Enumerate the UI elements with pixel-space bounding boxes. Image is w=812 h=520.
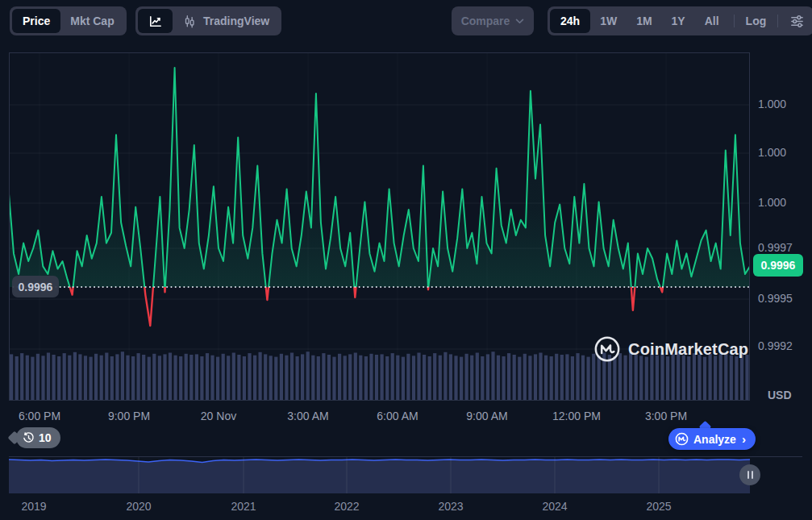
coinmarketcap-watermark: CoinMarketCap bbox=[593, 335, 748, 363]
mktcap-tab[interactable]: Mkt Cap bbox=[60, 9, 123, 33]
navigator-year-label: 2025 bbox=[635, 500, 683, 513]
navigator-year-label: 2021 bbox=[219, 500, 268, 513]
analyze-label: Analyze bbox=[693, 433, 736, 446]
compare-label: Compare bbox=[461, 15, 510, 27]
range-button-1y[interactable]: 1Y bbox=[662, 9, 695, 33]
current-price-badge: 0.9996 bbox=[753, 254, 803, 277]
navigator-year-label: 2024 bbox=[531, 500, 579, 513]
chart-type-toggle: TradingView bbox=[135, 6, 281, 35]
navigator-year-label: 2020 bbox=[115, 500, 163, 513]
x-axis-label: 6:00 AM bbox=[361, 410, 434, 422]
log-scale-button[interactable]: Log bbox=[739, 9, 773, 33]
baseline-price-badge: 0.9996 bbox=[12, 276, 59, 297]
x-axis-label: 6:00 PM bbox=[3, 410, 76, 422]
x-axis-label: 9:00 PM bbox=[93, 410, 165, 422]
price-chart-panel: Price Mkt Cap TradingView bbox=[0, 0, 812, 520]
currency-unit-label: USD bbox=[768, 389, 792, 401]
y-axis-label: 1.000 bbox=[758, 98, 786, 110]
chevron-right-icon: › bbox=[742, 432, 746, 446]
time-range-group: 24h1W1M1YAll Log bbox=[548, 6, 812, 35]
navigator-year-label: 2019 bbox=[10, 500, 58, 513]
price-tab[interactable]: Price bbox=[12, 9, 60, 33]
tradingview-tab[interactable]: TradingView bbox=[173, 9, 279, 33]
range-button-all[interactable]: All bbox=[695, 9, 729, 33]
x-axis-label: 20 Nov bbox=[182, 410, 255, 422]
clock-history-icon bbox=[23, 432, 35, 444]
y-axis-label: 1.000 bbox=[758, 146, 786, 159]
range-button-1m[interactable]: 1M bbox=[627, 9, 661, 33]
tradingview-label: TradingView bbox=[203, 15, 269, 27]
divider bbox=[734, 15, 735, 27]
sliders-icon bbox=[789, 14, 805, 29]
watermark-text: CoinMarketCap bbox=[628, 340, 748, 359]
chart-settings-button[interactable] bbox=[783, 9, 811, 33]
x-axis-label: 3:00 PM bbox=[630, 410, 702, 422]
compare-dropdown[interactable]: Compare bbox=[452, 6, 534, 35]
date-range-navigator[interactable] bbox=[9, 456, 802, 493]
range-button-1w[interactable]: 1W bbox=[590, 9, 627, 33]
x-axis-label: 9:00 AM bbox=[451, 410, 523, 422]
line-chart-tab[interactable] bbox=[138, 9, 173, 33]
history-badge[interactable]: 10 bbox=[16, 427, 60, 448]
x-axis-label: 12:00 PM bbox=[540, 410, 613, 422]
range-button-24h[interactable]: 24h bbox=[550, 9, 590, 33]
chevron-down-icon bbox=[515, 19, 524, 24]
price-mktcap-toggle: Price Mkt Cap bbox=[10, 6, 127, 35]
candlestick-icon bbox=[182, 14, 197, 29]
coinmarketcap-logo-icon bbox=[675, 432, 689, 446]
range-buttons: 24h1W1M1YAll bbox=[550, 9, 729, 33]
navigator-year-label: 2023 bbox=[427, 500, 475, 513]
navigator-year-label: 2022 bbox=[323, 500, 371, 513]
y-axis-label: 1.000 bbox=[758, 196, 786, 209]
coinmarketcap-logo-icon bbox=[593, 335, 621, 363]
y-axis-label: 0.9995 bbox=[758, 292, 793, 305]
y-axis-label: 0.9992 bbox=[758, 339, 793, 352]
y-axis-label: 0.9997 bbox=[758, 241, 793, 254]
navigator-drag-handle[interactable] bbox=[739, 464, 760, 485]
divider bbox=[777, 15, 778, 27]
history-count: 10 bbox=[39, 431, 52, 444]
line-chart-icon bbox=[148, 14, 163, 29]
x-axis-label: 3:00 AM bbox=[272, 410, 344, 422]
analyze-button[interactable]: Analyze › bbox=[668, 428, 756, 450]
